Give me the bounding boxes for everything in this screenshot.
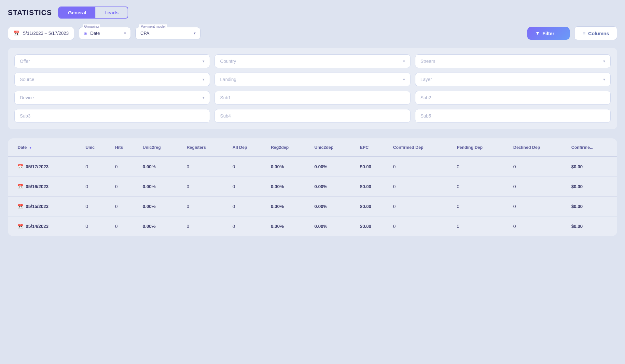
source-chevron-icon: ▾ [202,77,204,82]
cell-epc-3: $0.00 [355,217,389,236]
cell-pending-dep-0: 0 [452,157,509,177]
row-calendar-icon: 📅 [18,164,23,169]
cell-confirmed-amount-1: $0.00 [567,177,617,197]
offer-filter[interactable]: Offer ▾ [14,54,210,68]
tab-leads[interactable]: Leads [95,7,128,18]
table-header: Date ▼ Unic Hits Unic2reg Registers All … [8,138,617,157]
table-row: 📅 05/17/2023 0 0 0.00% 0 0 0.00% 0.00% $… [8,157,617,177]
filter-button[interactable]: ▼ Filter [527,27,570,40]
cell-registers-2: 0 [182,197,228,217]
sub1-filter[interactable]: Sub1 [215,91,410,105]
device-placeholder: Device [20,95,34,100]
cell-pending-dep-3: 0 [452,217,509,236]
row-calendar-icon: 📅 [18,224,23,229]
cell-hits-2: 0 [110,197,138,217]
cell-date-2: 📅 05/15/2023 [8,197,81,217]
landing-filter[interactable]: Landing ▾ [215,73,410,86]
cell-unic2dep-0: 0.00% [310,157,355,177]
cell-date-1: 📅 05/16/2023 [8,177,81,197]
cell-hits-1: 0 [110,177,138,197]
cell-unic2reg-1: 0.00% [138,177,182,197]
cell-confirmed-dep-3: 0 [388,217,452,236]
payment-model-value: CPA [140,31,191,36]
country-filter[interactable]: Country ▾ [215,54,410,68]
cell-unic2dep-3: 0.00% [310,217,355,236]
data-table: Date ▼ Unic Hits Unic2reg Registers All … [8,138,617,236]
date-picker-button[interactable]: 📅 5/11/2023 – 5/17/2023 [8,27,74,40]
cell-registers-0: 0 [182,157,228,177]
filter-icon: ▼ [535,31,540,36]
sub1-placeholder: Sub1 [220,95,231,100]
stream-filter[interactable]: Stream ▾ [415,54,611,68]
col-hits: Hits [110,138,138,157]
cell-date-3: 📅 05/14/2023 [8,217,81,236]
col-epc: EPC [355,138,389,157]
calendar-icon: 📅 [13,30,20,36]
cell-declined-dep-3: 0 [509,217,567,236]
payment-model-select[interactable]: CPA ▾ [135,27,201,39]
cell-unic-0: 0 [81,157,111,177]
col-reg2dep: Reg2dep [266,138,310,157]
payment-model-chevron-icon: ▾ [194,31,196,35]
sort-icon: ▼ [29,146,32,149]
cell-unic2dep-2: 0.00% [310,197,355,217]
col-all-dep: All Dep [228,138,266,157]
source-filter[interactable]: Source ▾ [14,73,210,86]
cell-pending-dep-1: 0 [452,177,509,197]
table-body: 📅 05/17/2023 0 0 0.00% 0 0 0.00% 0.00% $… [8,157,617,236]
country-chevron-icon: ▾ [403,59,405,63]
sub5-filter[interactable]: Sub5 [415,109,611,123]
layer-filter[interactable]: Layer ▾ [415,73,611,86]
cell-reg2dep-1: 0.00% [266,177,310,197]
grouping-select[interactable]: ⊞ Date ▾ [79,27,131,39]
sub4-filter[interactable]: Sub4 [215,109,410,123]
cell-confirmed-amount-3: $0.00 [567,217,617,236]
cell-declined-dep-0: 0 [509,157,567,177]
row-calendar-icon: 📅 [18,184,23,189]
cell-reg2dep-2: 0.00% [266,197,310,217]
layer-placeholder: Layer [421,77,432,82]
tab-general[interactable]: General [59,7,95,18]
source-placeholder: Source [20,77,34,82]
cell-unic2dep-1: 0.00% [310,177,355,197]
grouping-chevron-icon: ▾ [124,31,126,35]
cell-all-dep-2: 0 [228,197,266,217]
cell-confirmed-dep-2: 0 [388,197,452,217]
payment-model-select-wrapper: Payment model CPA ▾ [135,27,201,39]
header: STATISTICS General Leads [8,7,617,19]
columns-button[interactable]: ≡ Columns [574,26,617,40]
toolbar: 📅 5/11/2023 – 5/17/2023 Grouping ⊞ Date … [8,26,617,40]
layers-icon: ⊞ [84,31,88,36]
cell-confirmed-amount-2: $0.00 [567,197,617,217]
table-header-row: Date ▼ Unic Hits Unic2reg Registers All … [8,138,617,157]
device-filter[interactable]: Device ▾ [14,91,210,105]
cell-reg2dep-0: 0.00% [266,157,310,177]
sub3-filter[interactable]: Sub3 [14,109,210,123]
col-unic: Unic [81,138,111,157]
table-row: 📅 05/14/2023 0 0 0.00% 0 0 0.00% 0.00% $… [8,217,617,236]
col-date[interactable]: Date ▼ [8,138,81,157]
sub5-placeholder: Sub5 [421,113,431,119]
sub2-filter[interactable]: Sub2 [415,91,611,105]
cell-registers-1: 0 [182,177,228,197]
table-row: 📅 05/16/2023 0 0 0.00% 0 0 0.00% 0.00% $… [8,177,617,197]
sub4-placeholder: Sub4 [220,113,231,119]
cell-unic-2: 0 [81,197,111,217]
cell-registers-3: 0 [182,217,228,236]
date-range-label: 5/11/2023 – 5/17/2023 [23,31,69,36]
col-confirmed-dep: Confirmed Dep [388,138,452,157]
cell-pending-dep-2: 0 [452,197,509,217]
cell-all-dep-3: 0 [228,217,266,236]
cell-hits-3: 0 [110,217,138,236]
cell-confirmed-amount-0: $0.00 [567,157,617,177]
cell-epc-2: $0.00 [355,197,389,217]
cell-confirmed-dep-0: 0 [388,157,452,177]
layer-chevron-icon: ▾ [603,77,605,82]
tab-group: General Leads [58,7,128,19]
cell-declined-dep-1: 0 [509,177,567,197]
stream-placeholder: Stream [421,59,435,64]
grouping-label: Grouping [83,24,100,28]
col-confirmed-amount: Confirme... [567,138,617,157]
cell-epc-0: $0.00 [355,157,389,177]
grouping-select-wrapper: Grouping ⊞ Date ▾ [79,27,131,39]
